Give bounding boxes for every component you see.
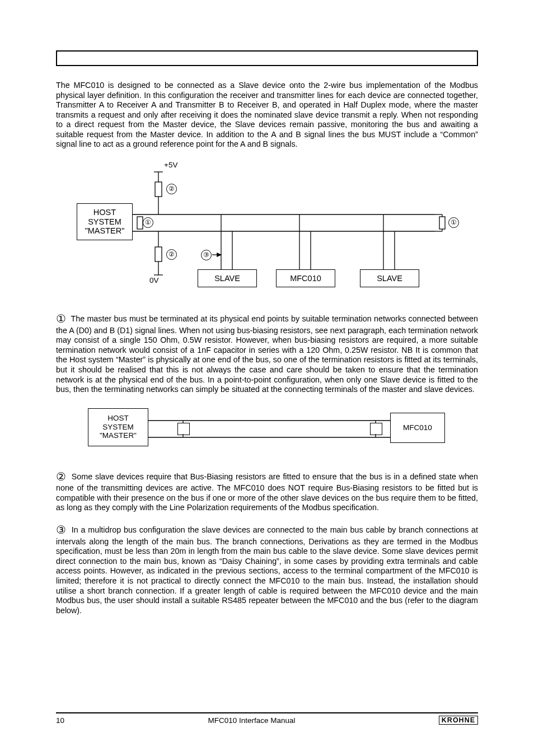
svg-rect-7	[439, 217, 445, 229]
bus-topology-diagram: +5V 0V ② ① ① ② ③ HOST SYSTEM "MASTER" SL…	[77, 160, 457, 294]
note1-paragraph: ① The master bus must be terminated at i…	[56, 312, 478, 395]
slave-box-2: SLAVE	[360, 269, 419, 287]
zerov-label: 0V	[149, 276, 159, 284]
circled-1-icon: ①	[56, 312, 66, 325]
anno-2-top: ②	[166, 184, 177, 194]
anno-1-right: ①	[448, 217, 459, 228]
anno-1-left: ①	[143, 217, 153, 228]
intro-paragraph: The MFC010 is designed to be connected a…	[56, 81, 478, 150]
header-box	[56, 50, 478, 66]
brand-logo: KROHNE	[439, 716, 478, 725]
page-number: 10	[56, 716, 64, 725]
svg-rect-6	[137, 217, 143, 229]
anno-2-bottom: ②	[166, 249, 177, 260]
mfc010-box: MFC010	[276, 269, 335, 287]
note2-paragraph: ② Some slave devices require that Bus-Bi…	[56, 470, 478, 513]
circled-3-icon: ③	[56, 524, 67, 536]
svg-rect-2	[155, 182, 162, 197]
footer-title: MFC010 Interface Manual	[208, 716, 295, 725]
plus5v-label: +5V	[164, 161, 177, 169]
host-box: HOST SYSTEM "MASTER"	[77, 203, 133, 240]
slave-box-1: SLAVE	[198, 269, 257, 287]
page-footer: 10 MFC010 Interface Manual KROHNE	[56, 712, 478, 725]
anno-3: ③	[201, 250, 212, 260]
note3-paragraph: ③ In a multidrop bus configuration the s…	[56, 523, 478, 615]
circled-2-icon: ②	[56, 470, 67, 483]
svg-rect-13	[155, 247, 162, 262]
point-to-point-diagram: HOST SYSTEM "MASTER" MFC010	[88, 405, 446, 452]
